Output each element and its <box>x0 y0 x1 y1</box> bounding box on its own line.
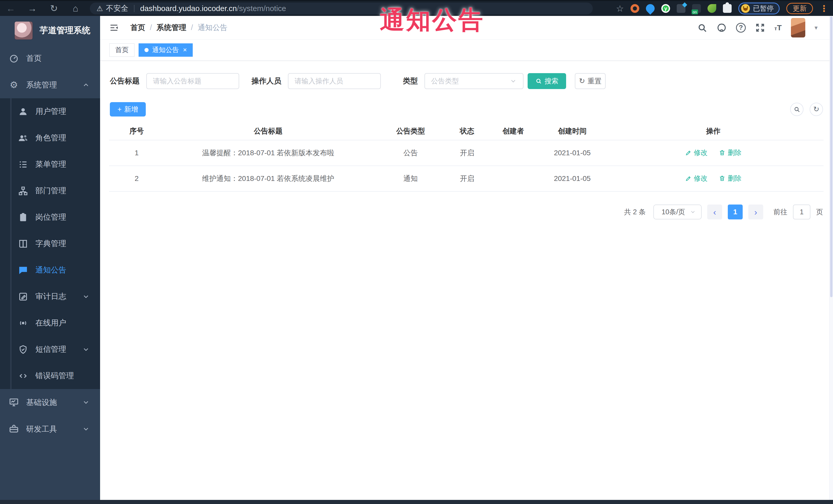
fullscreen-icon[interactable] <box>755 23 765 33</box>
sidebar-item-audit-log[interactable]: 审计日志 <box>0 283 100 310</box>
url-path: /system/notice <box>237 4 286 13</box>
notice-title-input[interactable] <box>146 73 239 89</box>
sidebar-item-online-users[interactable]: 在线用户 <box>0 310 100 336</box>
font-size-icon[interactable]: тT <box>775 23 782 32</box>
delete-link[interactable]: 删除 <box>719 148 741 157</box>
extension-icon[interactable] <box>692 4 701 13</box>
edit-link[interactable]: 修改 <box>685 148 708 157</box>
goto-page-input[interactable] <box>793 205 810 219</box>
sidebar-item-menus[interactable]: 菜单管理 <box>0 151 100 177</box>
address-divider <box>134 5 135 12</box>
chevron-down-icon <box>82 346 90 353</box>
reset-button[interactable]: ↻ 重置 <box>575 73 605 89</box>
sidebar-item-error-codes[interactable]: 错误码管理 <box>0 363 100 389</box>
chevron-down-icon <box>690 209 696 215</box>
col-title: 公告标题 <box>164 122 372 140</box>
github-icon[interactable] <box>716 23 727 33</box>
sidebar-item-dicts[interactable]: 字典管理 <box>0 231 100 257</box>
cell-status: 开启 <box>449 140 485 166</box>
browser-back-icon[interactable]: ← <box>0 3 22 14</box>
col-no: 序号 <box>109 122 164 140</box>
app-logo[interactable]: 芋道管理系统 <box>0 16 100 45</box>
browser-update-button[interactable]: 更新 <box>786 3 813 14</box>
trash-icon <box>719 175 725 182</box>
col-actions: 操作 <box>603 122 824 140</box>
notice-type-select[interactable]: 公告类型 <box>425 73 524 89</box>
extension-icon[interactable] <box>677 4 686 13</box>
url-host: dashboard.yudao.iocoder.cn <box>140 4 237 13</box>
pencil-icon <box>685 175 692 182</box>
chevron-down-icon <box>510 77 517 85</box>
close-tab-icon[interactable]: × <box>183 46 187 54</box>
breadcrumb-separator: / <box>150 23 152 32</box>
browser-forward-icon[interactable]: → <box>22 3 43 14</box>
sidebar-item-departments[interactable]: 部门管理 <box>0 177 100 204</box>
search-button[interactable]: 搜索 <box>528 73 566 89</box>
cell-no: 2 <box>109 166 164 191</box>
breadcrumb-home[interactable]: 首页 <box>130 23 145 33</box>
delete-link[interactable]: 删除 <box>719 174 741 183</box>
profile-avatar-emoji-icon <box>741 4 750 13</box>
search-icon[interactable] <box>697 23 707 33</box>
sidebar-item-system[interactable]: ⚙ 系统管理 <box>0 72 100 98</box>
user-icon <box>18 106 28 117</box>
list-icon <box>18 159 28 170</box>
tab-home[interactable]: 首页 <box>109 43 135 57</box>
browser-home-icon[interactable]: ⌂ <box>65 3 86 14</box>
collapse-sidebar-icon[interactable] <box>109 23 119 33</box>
extension-icon[interactable] <box>630 4 639 13</box>
table-row: 1 温馨提醒：2018-07-01 若依新版本发布啦 公告 开启 2021-01… <box>109 140 824 166</box>
browser-extensions-area: ☆ y 已暂停 更新 ⋮ <box>616 3 833 15</box>
sidebar-item-roles[interactable]: 角色管理 <box>0 125 100 151</box>
plus-icon: + <box>118 105 122 114</box>
sidebar-item-notice[interactable]: 通知公告 <box>0 257 100 283</box>
header-actions: ? тT ▾ <box>697 18 817 38</box>
sidebar-item-dev-tools[interactable]: 研发工具 <box>0 416 100 442</box>
add-button[interactable]: + 新增 <box>110 102 146 117</box>
refresh-icon: ↻ <box>579 77 585 85</box>
cell-title: 维护通知：2018-07-01 若依系统凌晨维护 <box>164 166 372 191</box>
pencil-icon <box>685 149 692 156</box>
browser-menu-kebab-icon[interactable]: ⋮ <box>820 3 828 14</box>
cell-no: 1 <box>109 140 164 166</box>
scrollbar-thumb[interactable] <box>830 17 832 297</box>
edit-link[interactable]: 修改 <box>685 174 708 183</box>
browser-profile-chip[interactable]: 已暂停 <box>738 3 780 15</box>
breadcrumb-separator: / <box>191 23 193 32</box>
help-icon[interactable]: ? <box>736 23 746 32</box>
user-avatar[interactable] <box>791 18 805 38</box>
sidebar-item-infrastructure[interactable]: 基础设施 <box>0 389 100 416</box>
next-page-button[interactable]: › <box>748 205 763 219</box>
refresh-table-button[interactable]: ↻ <box>810 103 823 116</box>
pagination: 共 2 条 10条/页 ‹ 1 › 前往 页 <box>100 205 823 219</box>
current-page-button[interactable]: 1 <box>728 205 743 219</box>
table-tools: ↻ <box>790 103 823 116</box>
tab-notice[interactable]: 通知公告 × <box>139 43 193 57</box>
sidebar-item-users[interactable]: 用户管理 <box>0 98 100 125</box>
page-scrollbar[interactable] <box>829 16 833 500</box>
caret-down-icon[interactable]: ▾ <box>814 24 817 31</box>
extension-icon[interactable]: y <box>661 4 670 13</box>
toggle-search-button[interactable] <box>790 103 804 116</box>
type-label: 类型 <box>403 76 418 86</box>
cell-type: 通知 <box>372 166 449 191</box>
cell-creator <box>485 140 542 166</box>
address-bar[interactable]: ⚠ 不安全 dashboard.yudao.iocoder.cn /system… <box>90 3 593 15</box>
page-size-select[interactable]: 10条/页 <box>653 205 701 219</box>
operator-input[interactable] <box>288 73 381 89</box>
browser-reload-icon[interactable]: ↻ <box>43 3 65 14</box>
sidebar-item-sms[interactable]: 短信管理 <box>0 336 100 363</box>
security-label: 不安全 <box>106 3 128 14</box>
extension-icon[interactable] <box>644 2 657 15</box>
cell-status: 开启 <box>449 166 485 191</box>
bookmark-star-icon[interactable]: ☆ <box>616 3 624 14</box>
breadcrumb-current: 通知公告 <box>197 23 228 33</box>
extensions-puzzle-icon[interactable] <box>723 4 732 13</box>
system-submenu: 用户管理 角色管理 菜单管理 部门管理 <box>0 98 100 389</box>
col-status: 状态 <box>449 122 485 140</box>
sidebar-item-home[interactable]: 首页 <box>0 45 100 72</box>
breadcrumb-system[interactable]: 系统管理 <box>157 23 186 33</box>
sidebar-item-posts[interactable]: 岗位管理 <box>0 204 100 231</box>
prev-page-button[interactable]: ‹ <box>707 205 722 219</box>
extension-icon[interactable] <box>708 4 716 13</box>
